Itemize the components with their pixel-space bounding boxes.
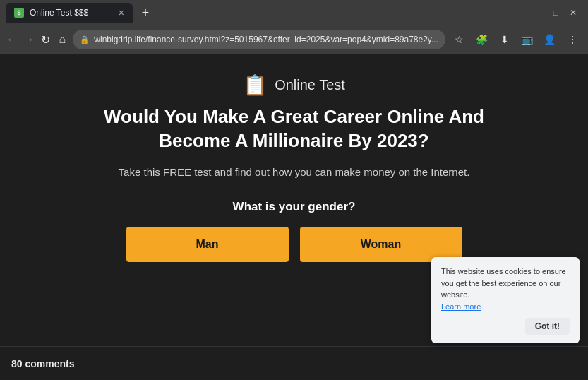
profile-icon[interactable]: 👤 bbox=[540, 30, 560, 49]
main-heading: Would You Make A Great Career Online And… bbox=[76, 105, 513, 153]
gender-buttons: Man Woman bbox=[126, 227, 462, 262]
logo-area: 📋 Online Test bbox=[243, 73, 345, 97]
download-icon[interactable]: ⬇ bbox=[495, 30, 515, 49]
maximize-button[interactable]: □ bbox=[553, 8, 558, 18]
tab-title: Online Test $$$ bbox=[30, 8, 88, 18]
toolbar-right-icons: ☆ 🧩 ⬇ 📺 👤 ⋮ bbox=[450, 30, 582, 49]
back-button[interactable]: ← bbox=[6, 30, 18, 49]
extensions-icon[interactable]: 🧩 bbox=[472, 30, 492, 49]
cast-icon[interactable]: 📺 bbox=[517, 30, 537, 49]
new-tab-button[interactable]: + bbox=[136, 3, 155, 23]
tab-favicon: $ bbox=[14, 8, 24, 18]
sub-text: Take this FREE test and find out how you… bbox=[119, 165, 470, 181]
cookie-text: This website uses cookies to ensure you … bbox=[441, 266, 570, 312]
man-button[interactable]: Man bbox=[126, 227, 289, 262]
page-content: 📋 Online Test Would You Make A Great Car… bbox=[0, 54, 588, 380]
cookie-learn-more-link[interactable]: Learn more bbox=[441, 302, 481, 311]
close-button[interactable]: ✕ bbox=[570, 8, 577, 18]
menu-icon[interactable]: ⋮ bbox=[563, 30, 582, 49]
cookie-notice: This website uses cookies to ensure you … bbox=[431, 257, 580, 343]
bookmark-icon[interactable]: ☆ bbox=[450, 30, 469, 49]
refresh-button[interactable]: ↻ bbox=[40, 30, 52, 49]
window-controls: — □ ✕ bbox=[534, 8, 582, 18]
security-icon: 🔒 bbox=[80, 35, 90, 44]
home-button[interactable]: ⌂ bbox=[56, 30, 68, 49]
browser-chrome: $ Online Test $$$ × + — □ ✕ ← → ↻ ⌂ 🔒 wi… bbox=[0, 0, 588, 54]
comments-count: 80 comments bbox=[11, 358, 74, 369]
comments-bar: 80 comments bbox=[0, 346, 588, 380]
logo-text: Online Test bbox=[275, 77, 345, 93]
address-bar[interactable]: 🔒 winbigdrip.life/finance-survey.html?z=… bbox=[73, 30, 445, 49]
forward-button[interactable]: → bbox=[23, 30, 35, 49]
gender-question: What is your gender? bbox=[233, 200, 356, 214]
address-text: winbigdrip.life/finance-survey.html?z=50… bbox=[94, 35, 438, 44]
minimize-button[interactable]: — bbox=[534, 8, 542, 18]
cookie-accept-button[interactable]: Got it! bbox=[525, 318, 570, 335]
browser-toolbar: ← → ↻ ⌂ 🔒 winbigdrip.life/finance-survey… bbox=[0, 25, 588, 54]
tab-bar: $ Online Test $$$ × + — □ ✕ bbox=[0, 0, 588, 25]
logo-icon: 📋 bbox=[243, 73, 268, 97]
active-tab[interactable]: $ Online Test $$$ × bbox=[6, 3, 133, 23]
tab-close-button[interactable]: × bbox=[119, 7, 124, 18]
